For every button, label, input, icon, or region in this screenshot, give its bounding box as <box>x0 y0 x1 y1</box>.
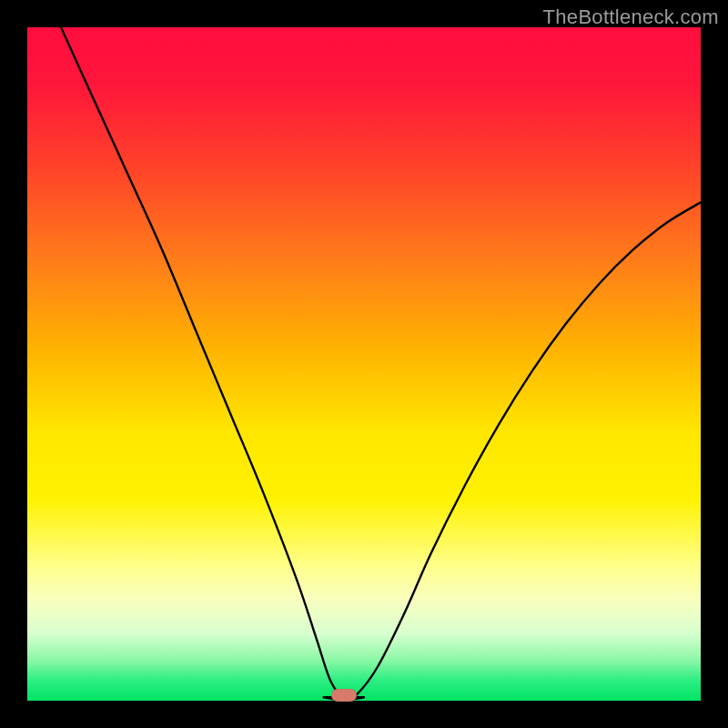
bottleneck-curve <box>27 27 701 701</box>
optimal-marker <box>331 689 357 702</box>
plot-area <box>27 27 701 701</box>
watermark-text: TheBottleneck.com <box>543 5 719 29</box>
chart-frame: TheBottleneck.com <box>0 0 728 728</box>
